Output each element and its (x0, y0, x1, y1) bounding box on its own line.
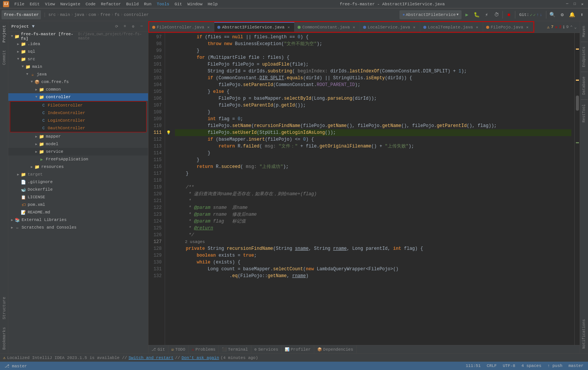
tree-logincontroller[interactable]: C LoginController (10, 117, 146, 124)
project-settings-icon[interactable]: ⚙ (130, 23, 137, 30)
stop-button[interactable]: ■ (504, 10, 513, 19)
tree-service[interactable]: ▶ 📁 service (8, 148, 148, 155)
project-sync-icon[interactable]: ⟳ (113, 23, 120, 30)
project-dropdown[interactable]: ▼ (32, 24, 34, 29)
notifications-button[interactable]: 🔔 (568, 10, 577, 19)
tab-close-localtemplate[interactable]: ✕ (474, 25, 480, 30)
commit-tab[interactable]: Commit (1, 46, 7, 69)
close-button[interactable]: ✕ (580, 2, 585, 7)
project-collapse-icon[interactable]: ≡ (122, 23, 128, 30)
maximize-button[interactable]: □ (572, 2, 577, 7)
tree-dockerfile[interactable]: ▶ 🐋 Dockerfile (8, 186, 148, 193)
tab-localservice[interactable]: LocalService.java ✕ (360, 22, 420, 32)
tab-abstractifile[interactable]: AbstractIFileService.java ✕ (214, 22, 295, 32)
tree-oauthcontroller[interactable]: C OauthController (10, 124, 146, 132)
tree-freefs-app[interactable]: ▶ ▶ FreeFsApplication (8, 155, 148, 163)
profile-button[interactable]: ⏱ (492, 10, 501, 19)
debug-button[interactable]: 🐛 (472, 10, 481, 19)
lightbulb-icon[interactable]: 💡 (166, 130, 171, 135)
updates-button[interactable]: ⬆ (577, 10, 586, 19)
tree-pomxml[interactable]: ▶ 🏷 pom.xml (8, 201, 148, 209)
menu-navigate[interactable]: Navigate (58, 1, 83, 7)
crlf-status[interactable]: CRLF (485, 364, 498, 368)
coverage-button[interactable]: ⚡ (482, 10, 491, 19)
database-panel-label[interactable]: Database (581, 74, 587, 98)
tree-controller[interactable]: ▼ 📁 controller (8, 93, 148, 101)
notifications-panel-label[interactable]: Notifications (581, 316, 587, 352)
maven-panel-label[interactable]: Maven (581, 23, 587, 40)
tree-src[interactable]: ▼ 📁 src (8, 55, 148, 63)
tab-close-common[interactable]: ✕ (351, 25, 357, 30)
tab-close-filecontroller[interactable]: ✕ (206, 25, 211, 30)
scroll-indicator[interactable] (574, 33, 580, 345)
switch-restart-link[interactable]: Switch and restart (128, 356, 173, 360)
tree-main[interactable]: ▼ 📁 main (8, 63, 148, 71)
code-content[interactable]: if (files == null || files.length == 0) … (172, 33, 574, 345)
tree-mapper[interactable]: ▶ 📁 mapper (8, 133, 148, 140)
git-branch-status[interactable]: ⎇ master (3, 364, 28, 368)
menu-run[interactable]: Run (142, 1, 154, 7)
bottom-tab-dependencies[interactable]: 📦 Dependencies (314, 345, 357, 354)
tab-filecontroller[interactable]: FileController.java ✕ (149, 22, 214, 32)
menu-help[interactable]: Help (206, 1, 220, 7)
git-pull-icon[interactable]: ↓ (540, 13, 542, 17)
master-status[interactable]: master (567, 364, 585, 368)
bottom-tab-services[interactable]: ⚙ Services (251, 345, 282, 354)
tab-filepojo[interactable]: FilePojo.java ✕ (483, 22, 533, 32)
indent-status[interactable]: 4 spaces (520, 364, 543, 368)
collapse-icon[interactable]: ⌄ (574, 25, 577, 30)
menu-refactor[interactable]: Refactor (98, 1, 123, 7)
tab-close-filepojo[interactable]: ✕ (525, 25, 530, 30)
line-col-status[interactable]: 111:51 (464, 364, 482, 368)
tree-license[interactable]: ▶ 📋 LICENSE (8, 193, 148, 201)
run-button[interactable]: ▶ (462, 10, 471, 19)
menu-view[interactable]: View (43, 1, 57, 7)
tab-close-abstract[interactable]: ✕ (286, 25, 291, 30)
vcs-push-status[interactable]: ↑ push (546, 364, 564, 368)
tree-resources[interactable]: ▶ 📁 resources (8, 163, 148, 171)
tree-ext-libs[interactable]: ▶ 📚 External Libraries (8, 216, 148, 224)
project-tab[interactable]: Project (1, 21, 7, 46)
menu-window[interactable]: Window (185, 1, 205, 7)
menu-git[interactable]: Git (172, 1, 184, 7)
tree-indexcontroller[interactable]: C IndexController (10, 109, 146, 117)
tab-localtemplate[interactable]: LocalTemplate.java ✕ (420, 22, 483, 32)
bottom-tab-terminal[interactable]: ⬛ Terminal (219, 345, 251, 354)
search-button[interactable]: 🔍 (548, 10, 557, 19)
tree-root[interactable]: ▼ 📁 free-fs-master [free-fs] D:/java_own… (8, 33, 148, 40)
tree-com-free-fs[interactable]: ▼ 📦 com.free.fs (8, 78, 148, 86)
endpoints-panel-label[interactable]: Endpoints (581, 44, 587, 70)
project-pin-icon[interactable]: ─ (138, 23, 145, 30)
tree-scratches[interactable]: ▶ ✏ Scratches and Consoles (8, 224, 148, 231)
minimize-button[interactable]: ─ (565, 2, 570, 7)
bottom-tab-git[interactable]: ⎇ Git (148, 345, 168, 354)
structure-tab[interactable]: Structure (1, 293, 7, 323)
tree-java[interactable]: ▼ ☕ java (8, 71, 148, 78)
menu-file[interactable]: File (12, 1, 27, 7)
expand-icon[interactable]: ⌃ (570, 25, 573, 30)
bottom-tab-problems[interactable]: ⚠ Problems (189, 345, 219, 354)
tree-sql[interactable]: ▶ 📁 sql (8, 48, 148, 55)
settings-gear[interactable]: ⚙ (558, 10, 567, 19)
git-push-icon[interactable]: ↑ (537, 13, 539, 17)
tree-gitignore[interactable]: ▶ 📄 .gitignore (8, 178, 148, 186)
bottom-tab-todo[interactable]: ☑ TODO (168, 345, 189, 354)
run-config-selector[interactable]: ● AbstractIFileService ▼ (399, 10, 462, 19)
project-name[interactable]: free-fs-master (2, 10, 41, 19)
bottom-tab-profiler[interactable]: 📊 Profiler (282, 345, 314, 354)
tree-target[interactable]: ▶ 📁 target (8, 171, 148, 178)
tab-commonconstant[interactable]: CommonConstant.java ✕ (295, 22, 360, 32)
dont-ask-link[interactable]: Don't ask again (182, 356, 219, 360)
tree-common[interactable]: ▶ 📁 common (8, 86, 148, 93)
bookmarks-tab[interactable]: Bookmarks (1, 323, 7, 353)
menu-tools[interactable]: Tools (154, 1, 172, 7)
tree-model[interactable]: ▶ 📁 model (8, 140, 148, 148)
tree-readme[interactable]: ▶ 📝 README.md (8, 209, 148, 216)
tree-filecontroller[interactable]: C FileController (10, 102, 146, 109)
menu-edit[interactable]: Edit (27, 1, 42, 7)
menu-build[interactable]: Build (124, 1, 141, 7)
tab-close-localservice[interactable]: ✕ (412, 25, 417, 30)
resttool-panel-label[interactable]: RestTool (581, 101, 587, 125)
tree-idea[interactable]: ▶ 📁 .idea (8, 40, 148, 48)
charset-status[interactable]: UTF-8 (501, 364, 517, 368)
